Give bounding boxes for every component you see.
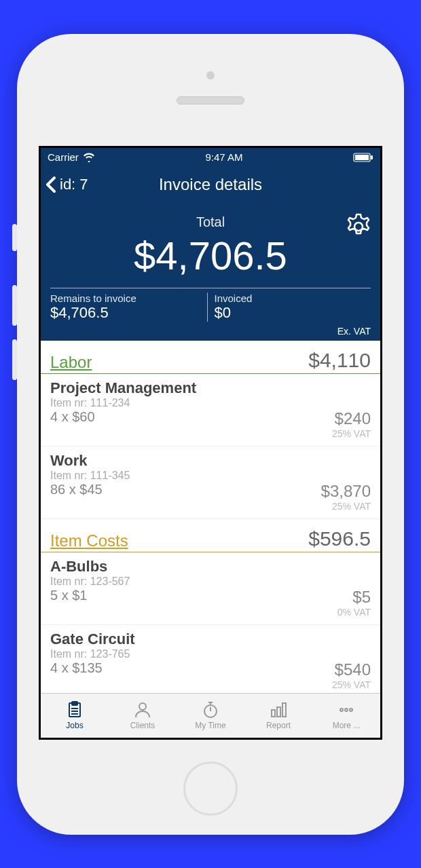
tab-jobs[interactable]: Jobs xyxy=(41,694,109,738)
gear-icon xyxy=(345,213,372,240)
carrier-label: Carrier xyxy=(48,151,79,163)
bar-chart-icon xyxy=(269,700,288,719)
settings-button[interactable] xyxy=(345,213,372,243)
home-button[interactable] xyxy=(183,761,238,816)
item-qty: 4 x $60 xyxy=(50,409,95,425)
svg-point-19 xyxy=(350,709,352,711)
invoiced-amount: $0 xyxy=(215,304,365,322)
item-price: $240 xyxy=(332,409,371,428)
item-qty: 4 x $135 xyxy=(50,660,103,676)
item-price: $5 xyxy=(337,588,371,607)
item-qty: 86 x $45 xyxy=(50,482,103,497)
phone-speaker xyxy=(177,96,244,105)
back-label: id: 7 xyxy=(60,176,88,193)
item-number: Item nr: 111-234 xyxy=(50,397,371,409)
summary-row: Remains to invoice $4,706.5 Invoiced $0 xyxy=(50,288,371,322)
svg-rect-2 xyxy=(371,155,373,159)
tab-more[interactable]: More ... xyxy=(312,694,380,738)
section-header-labor[interactable]: Labor $4,110 xyxy=(41,341,380,374)
invoiced-label: Invoiced xyxy=(215,293,365,304)
item-vat: 25% VAT xyxy=(321,501,371,512)
section-header-item-costs[interactable]: Item Costs $596.5 xyxy=(41,519,380,552)
tab-label: Report xyxy=(266,721,291,730)
tab-label: More ... xyxy=(333,721,361,730)
item-number: Item nr: 111-345 xyxy=(50,470,371,482)
section-name: Labor xyxy=(50,353,92,372)
svg-rect-16 xyxy=(282,703,286,717)
person-icon xyxy=(133,700,152,719)
svg-rect-5 xyxy=(72,702,77,705)
back-button[interactable]: id: 7 xyxy=(41,175,88,194)
line-item[interactable]: Work Item nr: 111-345 86 x $45 $3,870 25… xyxy=(41,447,380,519)
page-title: Invoice details xyxy=(159,175,262,194)
line-item[interactable]: Project Management Item nr: 111-234 4 x … xyxy=(41,374,380,447)
svg-rect-15 xyxy=(277,707,280,717)
chevron-left-icon xyxy=(45,175,57,194)
nav-header: id: 7 Invoice details xyxy=(41,167,380,202)
total-label: Total xyxy=(50,214,371,230)
remains-col: Remains to invoice $4,706.5 xyxy=(50,293,207,322)
invoiced-col: Invoiced $0 xyxy=(207,293,371,322)
section-name: Item Costs xyxy=(50,531,128,550)
status-bar: Carrier 9:47 AM xyxy=(41,148,380,167)
line-item[interactable]: A-Bulbs Item nr: 123-567 5 x $1 $5 0% VA… xyxy=(41,552,380,625)
tab-label: Clients xyxy=(130,721,155,730)
tab-label: My Time xyxy=(195,721,225,730)
item-title: A-Bulbs xyxy=(50,558,371,575)
total-amount: $4,706.5 xyxy=(50,233,371,278)
item-qty: 5 x $1 xyxy=(50,588,87,603)
item-vat: 0% VAT xyxy=(337,607,371,618)
svg-rect-14 xyxy=(272,710,275,717)
tab-bar: Jobs Clients My Time xyxy=(41,693,380,738)
phone-frame: Carrier 9:47 AM id: 7 xyxy=(17,34,404,835)
wifi-icon xyxy=(83,153,95,162)
invoice-list[interactable]: Labor $4,110 Project Management Item nr:… xyxy=(41,341,380,693)
item-title: Project Management xyxy=(50,379,371,397)
volume-down xyxy=(12,339,17,380)
item-price: $540 xyxy=(332,660,371,679)
status-time: 9:47 AM xyxy=(205,151,242,163)
item-title: Gate Circuit xyxy=(50,630,371,648)
tab-clients[interactable]: Clients xyxy=(109,694,177,738)
volume-up xyxy=(12,285,17,326)
section-amount: $4,110 xyxy=(308,349,371,372)
tab-label: Jobs xyxy=(66,721,83,730)
remains-label: Remains to invoice xyxy=(50,293,200,304)
tab-mytime[interactable]: My Time xyxy=(177,694,244,738)
battery-icon xyxy=(353,153,373,162)
clipboard-icon xyxy=(65,700,84,719)
svg-point-18 xyxy=(345,709,348,711)
svg-rect-1 xyxy=(355,155,369,160)
remains-amount: $4,706.5 xyxy=(50,304,200,322)
summary-panel: Total $4,706.5 Remains to invoice $4,706… xyxy=(41,202,380,341)
item-price: $3,870 xyxy=(321,482,371,501)
stopwatch-icon xyxy=(201,700,220,719)
more-icon xyxy=(337,700,356,719)
item-number: Item nr: 123-567 xyxy=(50,575,371,588)
item-title: Work xyxy=(50,452,371,470)
screen: Carrier 9:47 AM id: 7 xyxy=(39,146,382,740)
item-vat: 25% VAT xyxy=(332,679,371,690)
ex-vat-label: Ex. VAT xyxy=(50,326,371,337)
item-number: Item nr: 123-765 xyxy=(50,648,371,660)
section-amount: $596.5 xyxy=(308,527,371,550)
svg-point-9 xyxy=(139,703,146,710)
svg-point-17 xyxy=(340,709,343,711)
tab-report[interactable]: Report xyxy=(244,694,312,738)
item-vat: 25% VAT xyxy=(332,428,371,439)
mute-switch xyxy=(12,224,17,251)
line-item[interactable]: Gate Circuit Item nr: 123-765 4 x $135 $… xyxy=(41,625,380,693)
